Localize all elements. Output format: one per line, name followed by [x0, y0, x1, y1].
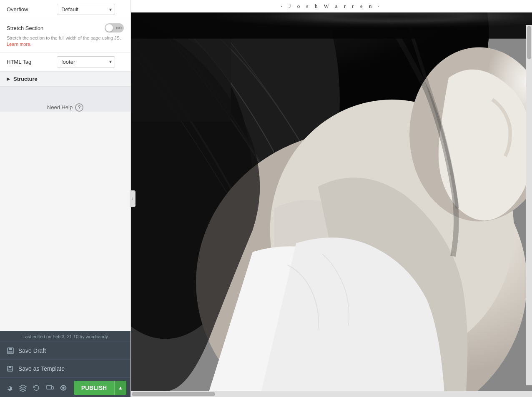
preview-icon[interactable] [58, 382, 69, 394]
stretch-section-row: Stretch Section NO Stretch the section t… [0, 19, 130, 52]
panel-content: Overflow Default Hidden Visible Scroll A… [0, 0, 130, 331]
stretch-header: Stretch Section NO [7, 23, 124, 32]
svg-rect-7 [47, 385, 52, 389]
save-template-icon [7, 365, 14, 372]
canvas-image [131, 12, 532, 391]
save-draft-icon [7, 347, 14, 355]
need-help-button[interactable]: Need Help ? [47, 103, 83, 112]
collapse-handle[interactable]: ‹ [130, 190, 136, 207]
stretch-section-label: Stretch Section [7, 25, 43, 31]
canvas-area: · J o s h W a r r e n · [131, 0, 532, 397]
structure-arrow-icon: ▶ [7, 76, 10, 82]
last-edited: Last edited on Feb 3, 21:10 by wordcandy [0, 331, 130, 342]
html-tag-select[interactable]: header footer main section article div [57, 56, 115, 67]
bottom-bar: PUBLISH ▲ [0, 378, 130, 397]
site-title: · J o s h W a r r e n · [281, 3, 382, 10]
publish-group: PUBLISH ▲ [74, 381, 126, 395]
toggle-track[interactable]: NO [105, 23, 124, 32]
svg-point-10 [63, 387, 64, 389]
canvas-header: · J o s h W a r r e n · [131, 0, 532, 12]
overflow-row: Overflow Default Hidden Visible Scroll A… [0, 0, 130, 19]
need-help-label: Need Help [47, 104, 73, 110]
structure-section[interactable]: ▶ Structure [0, 72, 130, 87]
svg-rect-1 [9, 348, 12, 350]
overflow-select[interactable]: Default Hidden Visible Scroll Auto [57, 4, 115, 15]
publish-dropdown-button[interactable]: ▲ [114, 381, 126, 395]
stretch-hint-text: Stretch the section to the full width of… [7, 35, 121, 40]
bw-photo [131, 12, 532, 391]
layers-icon[interactable] [18, 382, 28, 394]
save-draft-label: Save Draft [18, 347, 46, 354]
scrollbar-thumb-vertical[interactable] [527, 26, 531, 59]
learn-more-link[interactable]: Learn more. [7, 42, 31, 47]
structure-title: Structure [13, 76, 38, 82]
html-tag-control: header footer main section article div [57, 56, 124, 67]
save-template-button[interactable]: Save as Template [0, 360, 130, 378]
svg-rect-19 [131, 12, 532, 39]
overflow-label: Overflow [7, 6, 57, 12]
help-icon: ? [75, 103, 83, 112]
html-tag-label: HTML Tag [7, 59, 57, 65]
scrollbar-thumb-horizontal[interactable] [132, 392, 215, 396]
help-area: Need Help ? [0, 87, 130, 112]
svg-rect-2 [8, 351, 13, 353]
stretch-hint: Stretch the section to the full width of… [7, 35, 124, 48]
toggle-no-label: NO [116, 26, 122, 30]
settings-icon[interactable] [4, 382, 15, 394]
toggle-thumb [105, 24, 113, 32]
html-tag-row: HTML Tag header footer main section arti… [0, 52, 130, 72]
panel-footer: Last edited on Feb 3, 21:10 by wordcandy… [0, 331, 130, 378]
responsive-icon[interactable] [45, 382, 55, 394]
canvas-horizontal-scrollbar[interactable] [131, 391, 532, 397]
publish-button[interactable]: PUBLISH [74, 381, 114, 395]
save-template-label: Save as Template [18, 365, 65, 372]
overflow-control: Default Hidden Visible Scroll Auto [57, 4, 124, 15]
history-icon[interactable] [31, 382, 42, 394]
svg-rect-8 [52, 387, 53, 389]
stretch-toggle[interactable]: NO [105, 23, 124, 32]
overflow-select-wrapper: Default Hidden Visible Scroll Auto [57, 4, 115, 15]
save-draft-button[interactable]: Save Draft [0, 342, 130, 360]
canvas-vertical-scrollbar[interactable] [526, 25, 532, 385]
left-panel: Overflow Default Hidden Visible Scroll A… [0, 0, 131, 397]
svg-rect-4 [9, 366, 11, 368]
html-tag-select-wrapper: header footer main section article div [57, 56, 115, 67]
